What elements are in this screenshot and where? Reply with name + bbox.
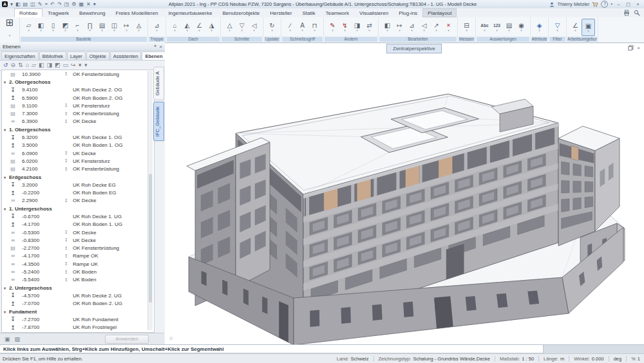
- level-row[interactable]: ▤9.1100↧UK Fenstersturz: [2, 102, 154, 109]
- level-band-icon[interactable]: ▭: [63, 62, 69, 69]
- open-icon[interactable]: ◧: [15, 1, 21, 7]
- home-icon[interactable]: ⌂: [26, 62, 29, 69]
- cart-icon[interactable]: [592, 2, 598, 7]
- status-field[interactable]: Winkel:0.000: [574, 356, 603, 362]
- close-viewport-icon[interactable]: ×: [637, 45, 640, 51]
- measure-tool[interactable]: ⊟▾: [460, 19, 473, 35]
- attributes-tool[interactable]: ◈▾: [533, 19, 545, 35]
- swap-tool[interactable]: ⇄▾: [363, 19, 375, 35]
- ribbon-tab-rohbau[interactable]: Rohbau: [14, 8, 43, 17]
- apply-button[interactable]: Anwenden: [105, 335, 149, 344]
- ribbon-tab-statik[interactable]: Statik: [297, 8, 320, 17]
- status-field[interactable]: Zeichnungstyp:Schalung - Grundriss Wände…: [379, 356, 491, 362]
- delete-tool[interactable]: ×▾: [442, 19, 455, 35]
- logo-dropdown-caret[interactable]: ▾: [10, 1, 13, 7]
- ribbon-tab-benutzerobjekte[interactable]: Benutzerobjekte: [217, 8, 265, 17]
- level-roof-icon[interactable]: ◩: [55, 62, 61, 69]
- delete-level-icon[interactable]: ×: [79, 62, 82, 69]
- ribbon-tab-visualisieren[interactable]: Visualisieren: [354, 8, 393, 17]
- expander-icon[interactable]: ▾: [4, 127, 9, 132]
- ribbon-tab-planlayout[interactable]: Planlayout: [422, 8, 457, 17]
- help-dropdown-caret[interactable]: ▾: [611, 1, 612, 7]
- level-row[interactable]: ∞-4.1700↥Rampe OK: [2, 252, 154, 260]
- scrollbar-thumb[interactable]: [149, 174, 152, 302]
- status-field[interactable]: Länge:m: [544, 356, 564, 362]
- level-row[interactable]: ↥6.5900OK Roh Boden 2. OG: [2, 94, 154, 102]
- save-icon[interactable]: ◫: [30, 1, 35, 7]
- apply-favorites-icon[interactable]: ▣: [5, 336, 10, 342]
- element-selection-button[interactable]: ⊞ ▾: [0, 17, 20, 42]
- split-tool[interactable]: ↯▾: [339, 19, 351, 35]
- copy-icon[interactable]: ◳: [64, 1, 70, 7]
- line-tool[interactable]: ∕▾: [284, 19, 296, 35]
- level-row[interactable]: ∞-5.5400↥UK Boden: [2, 276, 154, 284]
- apply-options-icon[interactable]: ▨: [15, 336, 21, 342]
- palette-close-icon[interactable]: ×: [159, 44, 162, 50]
- level-row[interactable]: ↧-4.5700UK Roh Decke 2. UG: [2, 292, 154, 299]
- ribbon-tab-tragwerk[interactable]: Tragwerk: [43, 8, 74, 17]
- tools-icon[interactable]: ✕: [86, 1, 91, 7]
- status-field[interactable]: Land:Schweiz: [337, 356, 369, 362]
- level-slab-icon[interactable]: ◧: [39, 62, 44, 69]
- chamfer-tool[interactable]: ◬▾: [133, 19, 145, 35]
- level-row[interactable]: ∞6.3900↧OK Decke: [2, 118, 154, 126]
- dimension-tool[interactable]: ⊓▾: [308, 19, 321, 35]
- work-plane-tool[interactable]: ▣▾: [582, 19, 595, 36]
- expander-icon[interactable]: ▾: [4, 80, 9, 84]
- level-row[interactable]: ▤7.3000↥OK Fensterbrüstung: [2, 109, 154, 117]
- roof-slope-tool[interactable]: ∠▾: [193, 19, 205, 35]
- level-row[interactable]: ↧-0.6700UK Roh Decke 1. UG: [2, 212, 154, 220]
- downstand-beam-tool[interactable]: ⌐▾: [71, 19, 84, 35]
- chat-icon[interactable]: ◓: [44, 1, 48, 7]
- recess-tool[interactable]: ◫▾: [108, 19, 120, 35]
- joint-tool[interactable]: ↦▾: [120, 19, 133, 35]
- move-element-tool[interactable]: ↦▾: [393, 19, 406, 35]
- status-field[interactable]: Maßstab:1 : 50: [500, 356, 534, 362]
- level-row[interactable]: ↧-7.2700UK Roh Fundament: [2, 315, 154, 323]
- level-wall-icon[interactable]: ◨: [47, 62, 53, 69]
- roof-frame-tool[interactable]: ⌂▾: [169, 19, 181, 35]
- maximize-button[interactable]: ▢: [625, 1, 632, 7]
- ribbon-tab-teamwork[interactable]: Teamwork: [321, 8, 354, 17]
- modify-surface-tool[interactable]: ◨▾: [351, 19, 363, 35]
- level-row[interactable]: ↥-4.1700OK Roh Boden 1. UG: [2, 221, 154, 228]
- expander-icon[interactable]: ▾: [4, 286, 9, 290]
- navigation-widget-icon[interactable]: ☼: [168, 334, 174, 341]
- ribbon-tab-ingenieurbauwerke[interactable]: Ingenieurbauwerke: [163, 8, 217, 17]
- level-row[interactable]: ▤6.0200↧UK Fenstersturz: [2, 157, 154, 165]
- slab-tool[interactable]: ◧▾: [35, 19, 47, 35]
- user-name[interactable]: Thierry Metzler: [557, 1, 589, 7]
- level-group-header[interactable]: ▾1. Obergeschoss: [2, 126, 154, 133]
- undo-icon[interactable]: ↶: [50, 1, 55, 7]
- close-button[interactable]: ×: [634, 1, 641, 7]
- minimize-button[interactable]: –: [615, 1, 622, 7]
- search-icon[interactable]: [634, 10, 640, 16]
- redo-icon[interactable]: ↷: [57, 1, 62, 7]
- level-group-header[interactable]: ▾2. Obergeschoss: [2, 78, 154, 86]
- dropdown-caret[interactable]: ▾: [84, 62, 88, 69]
- level-group-header[interactable]: ▾Fundament: [2, 308, 154, 315]
- status-field[interactable]: deg: [614, 356, 622, 362]
- sort-icon[interactable]: ⇅: [18, 62, 23, 69]
- level-row[interactable]: ∞6.0900↥UK Decke: [2, 149, 154, 157]
- filter-tool[interactable]: ▽▾: [551, 19, 564, 35]
- restore-viewport-icon[interactable]: [628, 45, 634, 51]
- report-tool[interactable]: ▤▾: [503, 19, 515, 35]
- foundation-tool[interactable]: ◩▾: [59, 19, 71, 35]
- viewport-view-tab[interactable]: Zentralperspektive: [386, 44, 442, 53]
- 3d-model-view[interactable]: [165, 43, 644, 345]
- collapse-icon[interactable]: ⊖: [11, 62, 16, 69]
- palette-tab-bibliothek[interactable]: Bibliothek: [39, 51, 67, 60]
- level-group-header[interactable]: ▾Erdgeschoss: [2, 173, 154, 181]
- 3d-viewport[interactable]: Zentralperspektive × ☼: [165, 42, 644, 345]
- legend-tool[interactable]: ◉▾: [515, 19, 527, 35]
- section-line-tool[interactable]: ◁▾: [248, 19, 260, 35]
- level-row[interactable]: ▤10.3900↥OK Fensterbrüstung: [2, 70, 154, 78]
- level-row[interactable]: ↥-7.0700OK Roh Boden 2. UG: [2, 300, 154, 308]
- strip-tool[interactable]: ▤▾: [96, 19, 108, 35]
- palette-tab-eigenschaften[interactable]: Eigenschaften: [1, 51, 39, 60]
- ribbon-tab-bewehrung[interactable]: Bewehrung: [74, 8, 110, 17]
- level-group-header[interactable]: ▾2. Untergeschoss: [2, 284, 154, 292]
- palette-tab-objekte[interactable]: Objekte: [86, 51, 109, 60]
- level-row[interactable]: ▤4.2100↥OK Fensterbrüstung: [2, 165, 154, 173]
